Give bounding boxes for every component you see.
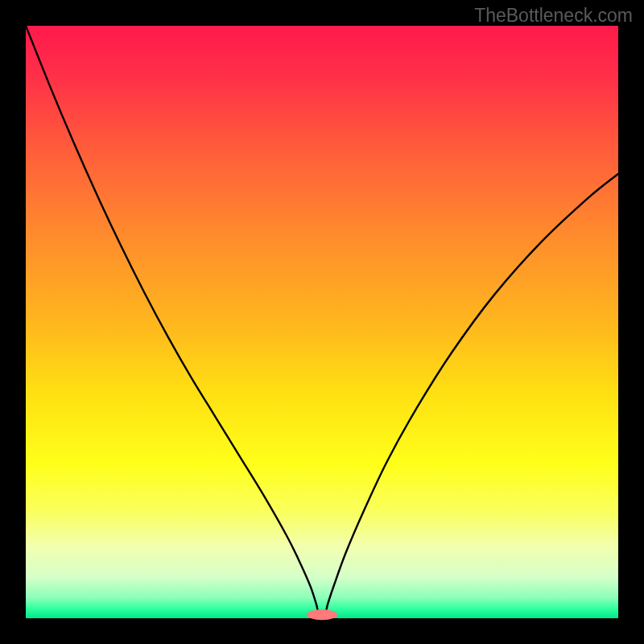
plot-background bbox=[26, 26, 618, 618]
chart-frame: TheBottleneck.com bbox=[0, 0, 644, 644]
min-marker bbox=[307, 609, 337, 620]
watermark-text: TheBottleneck.com bbox=[474, 5, 633, 27]
chart-canvas bbox=[0, 0, 644, 644]
